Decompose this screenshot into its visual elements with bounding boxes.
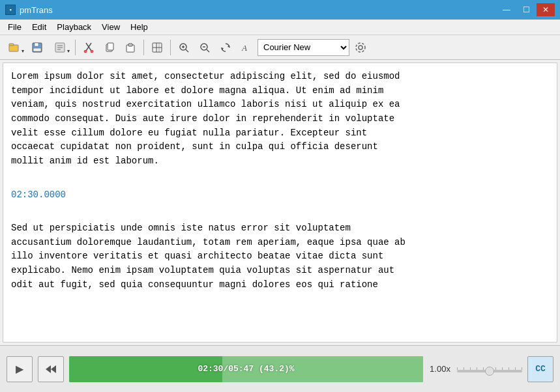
zoom-out-icon (199, 42, 211, 53)
svg-line-24 (186, 49, 188, 52)
svg-point-11 (84, 50, 87, 53)
rewind-icon (44, 363, 57, 376)
play-button[interactable]: ▶ (7, 356, 33, 382)
maximize-button[interactable]: ☐ (517, 3, 535, 16)
speed-slider-container (457, 366, 522, 372)
paste-button[interactable] (121, 38, 140, 57)
menu-bar: File Edit Playback View Help (0, 20, 560, 35)
font-size-button[interactable]: A (237, 38, 256, 57)
text-block-1: Lorem ipsum dolor sit amet, consectetur … (11, 70, 549, 169)
zoom-out-button[interactable] (195, 38, 214, 57)
svg-point-31 (359, 46, 362, 49)
font-icon: A (241, 42, 252, 53)
svg-point-32 (356, 43, 365, 52)
open-icon (8, 42, 20, 53)
tick (502, 367, 503, 370)
tick (477, 367, 477, 370)
svg-rect-1 (9, 44, 14, 46)
font-selector[interactable]: Courier New Arial Times New Roman Verdan… (258, 39, 349, 56)
caption-button[interactable]: CC (527, 356, 553, 382)
title-bar-left: ▪ pmTrans (5, 5, 53, 15)
grid-icon (151, 42, 163, 53)
speed-slider-thumb[interactable] (485, 367, 494, 376)
grid-button[interactable] (147, 38, 167, 57)
menu-file[interactable]: File (3, 21, 27, 33)
minimize-button[interactable]: — (497, 3, 516, 16)
separator-2 (143, 40, 144, 55)
cut-button[interactable] (79, 38, 98, 57)
svg-rect-4 (33, 48, 41, 51)
rewind-button[interactable] (38, 356, 64, 382)
svg-rect-14 (108, 43, 113, 50)
tick (464, 367, 464, 370)
separator-3 (170, 40, 171, 55)
speed-label: 1.00x (428, 364, 452, 374)
cut-icon (83, 42, 95, 53)
menu-help[interactable]: Help (125, 21, 153, 33)
save-icon (31, 42, 43, 53)
open-button[interactable] (3, 38, 26, 57)
title-bar: ▪ pmTrans — ☐ ✕ (0, 0, 560, 20)
svg-rect-16 (128, 44, 132, 46)
tick (508, 367, 509, 370)
title-bar-controls: — ☐ ✕ (497, 3, 555, 16)
tick (522, 367, 522, 370)
template-button[interactable] (48, 38, 72, 57)
app-icon: ▪ (5, 5, 16, 15)
menu-playback[interactable]: Playback (52, 21, 96, 33)
tick (483, 367, 484, 370)
caption-icon: CC (535, 364, 546, 374)
text-block-2: Sed ut perspiciatis unde omnis iste natu… (11, 221, 549, 292)
play-icon: ▶ (16, 363, 23, 375)
menu-edit[interactable]: Edit (27, 21, 52, 33)
app-title: pmTrans (20, 5, 53, 15)
tick (470, 367, 471, 370)
text-editor[interactable]: Lorem ipsum dolor sit amet, consectetur … (3, 63, 557, 343)
progress-label: 02:30/05:47 (43.2)% (198, 364, 294, 374)
tick (495, 367, 496, 370)
speed-slider-track[interactable] (457, 370, 522, 372)
separator-1 (75, 40, 76, 55)
copy-icon (104, 42, 115, 53)
refresh-button[interactable] (216, 38, 235, 57)
zoom-in-button[interactable] (174, 38, 194, 57)
svg-point-12 (91, 50, 93, 53)
svg-line-27 (207, 49, 209, 52)
settings-button[interactable] (351, 38, 370, 57)
toolbar: A Courier New Arial Times New Roman Verd… (0, 35, 560, 60)
player-bar: ▶ 02:30/05:47 (43.2)% 1.00x (0, 345, 560, 392)
svg-marker-33 (46, 365, 51, 373)
svg-text:A: A (241, 43, 247, 53)
progress-bar[interactable]: 02:30/05:47 (43.2)% (69, 356, 423, 382)
tick (457, 367, 458, 370)
svg-marker-34 (51, 365, 56, 373)
copy-button[interactable] (100, 38, 119, 57)
gear-icon (354, 41, 367, 54)
close-button[interactable]: ✕ (537, 3, 555, 16)
refresh-icon (220, 42, 231, 53)
menu-view[interactable]: View (96, 21, 125, 33)
zoom-in-icon (178, 42, 190, 53)
paste-icon (125, 42, 136, 53)
svg-rect-3 (35, 43, 38, 46)
save-button[interactable] (27, 38, 47, 57)
template-icon (54, 42, 66, 53)
tick (515, 367, 516, 370)
timestamp-label: 02:30.0000 (11, 188, 549, 203)
